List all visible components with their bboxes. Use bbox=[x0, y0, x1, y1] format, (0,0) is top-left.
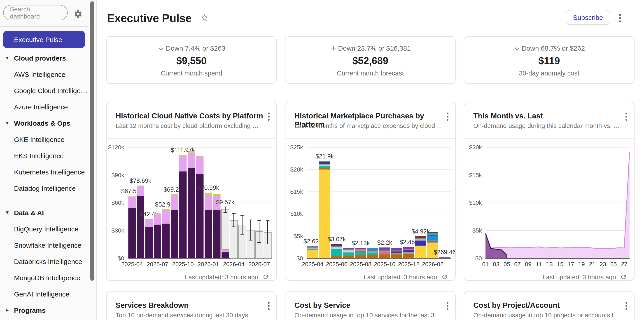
search-input[interactable]: Search dashboard bbox=[3, 5, 68, 20]
svg-text:$2.2k: $2.2k bbox=[377, 239, 392, 246]
sidebar-section-programs[interactable]: ▸Programs bbox=[0, 302, 90, 318]
bottom-card-menu-icon[interactable] bbox=[626, 302, 627, 310]
sidebar-section-workloads-ops[interactable]: ▾Workloads & Ops bbox=[0, 115, 90, 131]
svg-text:$269.46: $269.46 bbox=[434, 249, 456, 256]
sidebar-item-eks-intelligence[interactable]: EKS Intelligence bbox=[0, 147, 90, 164]
sidebar-item-azure-intelligence[interactable]: Azure Intelligence bbox=[0, 99, 90, 115]
bottom-card-3: Cost by Project/AccountOn-demand usage i… bbox=[464, 291, 634, 320]
chart-canvas[interactable]: $0$5k$10k$15k$20k01030507091113151719212… bbox=[464, 102, 634, 281]
svg-text:$15k: $15k bbox=[469, 172, 482, 179]
down-arrow-icon bbox=[330, 45, 337, 52]
sidebar-item-snowflake-intelligence[interactable]: Snowflake Intelligence bbox=[0, 237, 90, 253]
svg-text:$10k: $10k bbox=[290, 210, 303, 217]
chart-canvas[interactable]: $0$30k$60k$90k$120k$67.54k$78.69k$42.4k$… bbox=[106, 102, 277, 281]
sidebar-item-label: MongoDB Intelligence bbox=[0, 274, 80, 281]
page-title: Executive Pulse bbox=[107, 12, 192, 25]
svg-text:17: 17 bbox=[568, 261, 574, 267]
chart-card-1: Historical Cloud Native Costs by Platfor… bbox=[106, 102, 277, 281]
bottom-card-subtitle: Top 10 on-demand services during last 30… bbox=[116, 311, 248, 319]
svg-text:2025-08: 2025-08 bbox=[350, 261, 372, 267]
sidebar-item-gke-intelligence[interactable]: GKE Intelligence bbox=[0, 131, 90, 147]
chevron-down-icon: ▾ bbox=[4, 209, 10, 215]
svg-text:$0: $0 bbox=[475, 255, 482, 262]
kpi-trend-text: Down 7.4% or $263 bbox=[166, 44, 225, 52]
page-menu-icon[interactable] bbox=[619, 14, 621, 22]
kpi-card: Down 7.4% or $263$9,550Current month spe… bbox=[106, 36, 277, 84]
svg-text:2025-10: 2025-10 bbox=[374, 261, 396, 267]
bottom-card-menu-icon[interactable] bbox=[447, 302, 448, 310]
subscribe-button[interactable]: Subscribe bbox=[566, 10, 610, 25]
refresh-icon[interactable] bbox=[441, 273, 448, 280]
svg-text:$5k: $5k bbox=[472, 227, 482, 234]
bottom-card-2: Cost by ServiceOn-demand usage in top 10… bbox=[285, 291, 456, 320]
main-content: Executive Pulse Subscribe Down 7.4% or $… bbox=[97, 0, 644, 320]
sidebar-item-mongodb-intelligence[interactable]: MongoDB Intelligence bbox=[0, 269, 90, 286]
svg-text:2026-01: 2026-01 bbox=[198, 261, 219, 267]
kpi-label: Current month forecast bbox=[286, 70, 455, 77]
svg-text:03: 03 bbox=[493, 261, 500, 267]
sidebar-item-label: Azure Intelligence bbox=[0, 103, 68, 111]
sidebar-scrollbar[interactable] bbox=[90, 1, 94, 281]
bottom-card-title: Cost by Project/Account bbox=[473, 301, 560, 309]
last-updated-text: Last updated: 3 hours ago bbox=[185, 273, 258, 281]
svg-text:2025-07: 2025-07 bbox=[147, 261, 168, 267]
down-arrow-icon bbox=[514, 45, 520, 52]
favorite-star-icon[interactable] bbox=[200, 14, 209, 22]
sidebar-item-google-cloud-intellige-[interactable]: Google Cloud Intellige… bbox=[0, 82, 90, 99]
sidebar-item-bigquery-intelligence[interactable]: BigQuery Intelligence bbox=[0, 221, 90, 237]
refresh-icon[interactable] bbox=[620, 273, 627, 280]
kpi-trend: Down 68.7% or $262 bbox=[464, 44, 634, 52]
svg-text:$90k: $90k bbox=[112, 172, 124, 179]
sidebar-item-label: Kubernetes Intelligence bbox=[0, 168, 85, 176]
sidebar-item-kubernetes-intelligence[interactable]: Kubernetes Intelligence bbox=[0, 164, 90, 180]
svg-text:$21.9k: $21.9k bbox=[316, 153, 334, 160]
svg-text:$120k: $120k bbox=[108, 144, 124, 151]
kpi-trend-text: Down 23.7% or $16,381 bbox=[338, 44, 411, 52]
sidebar-nav: ▾Cloud providersAWS IntelligenceGoogle C… bbox=[0, 50, 90, 318]
kpi-value: $9,550 bbox=[106, 55, 276, 67]
sidebar-item-aws-intelligence[interactable]: AWS Intelligence bbox=[0, 66, 90, 82]
sidebar-section-cloud-providers[interactable]: ▾Cloud providers bbox=[0, 50, 90, 66]
svg-text:25: 25 bbox=[610, 261, 617, 267]
kpi-value: $52,689 bbox=[286, 55, 455, 67]
svg-text:09: 09 bbox=[525, 261, 532, 267]
kpi-label: Current month spend bbox=[106, 70, 276, 77]
svg-text:07: 07 bbox=[514, 261, 521, 267]
svg-text:$70.99k: $70.99k bbox=[197, 184, 219, 191]
sidebar-group: ▾Cloud providersAWS IntelligenceGoogle C… bbox=[0, 50, 90, 115]
svg-text:$30k: $30k bbox=[112, 227, 124, 234]
app: Search dashboard Executive Pulse ▾Cloud … bbox=[0, 0, 644, 320]
svg-text:$3.07k: $3.07k bbox=[328, 236, 346, 243]
bottom-card-menu-icon[interactable] bbox=[268, 302, 270, 310]
kpi-label: 30-day anomaly cost bbox=[464, 70, 634, 77]
svg-text:23: 23 bbox=[600, 261, 606, 267]
sidebar-item-label: Snowflake Intelligence bbox=[0, 241, 82, 249]
sidebar-item-label: Databricks Intelligence bbox=[0, 257, 82, 265]
bottom-card-subtitle: On-demand usage in top 10 projects or ac… bbox=[473, 311, 620, 319]
svg-text:2025-10: 2025-10 bbox=[172, 261, 194, 267]
chart-card-3: This Month vs. LastOn-demand usage durin… bbox=[464, 102, 634, 281]
svg-text:$2.45k: $2.45k bbox=[400, 239, 418, 245]
sidebar-item-datadog-intelligence[interactable]: Datadog Intelligence bbox=[0, 180, 90, 196]
sidebar-item-databricks-intelligence[interactable]: Databricks Intelligence bbox=[0, 253, 90, 269]
bottom-card-subtitle: On-demand usage in top 10 services for t… bbox=[294, 311, 440, 319]
svg-text:$4.92k: $4.92k bbox=[412, 228, 430, 235]
svg-text:2026-02: 2026-02 bbox=[422, 261, 444, 267]
sidebar-item-genai-intelligence[interactable]: GenAI Intelligence bbox=[0, 286, 90, 302]
chart-canvas[interactable]: $0$5k$10k$15k$20k$25k$2.62k$21.9k$3.07k$… bbox=[286, 102, 456, 281]
svg-text:$10k: $10k bbox=[469, 199, 482, 206]
sidebar-section-data-ai[interactable]: ▾Data & AI bbox=[0, 204, 90, 221]
svg-text:$9.57k: $9.57k bbox=[216, 199, 234, 206]
search-placeholder: Search dashboard bbox=[10, 6, 61, 20]
svg-text:05: 05 bbox=[504, 261, 510, 267]
chart-card-2: Historical Marketplace Purchases by Plat… bbox=[285, 102, 456, 281]
sidebar-item-label: EKS Intelligence bbox=[0, 152, 64, 159]
refresh-icon[interactable] bbox=[262, 273, 269, 280]
sidebar-group: ▾Data & AIBigQuery IntelligenceSnowflake… bbox=[0, 204, 90, 302]
svg-text:$20k: $20k bbox=[290, 166, 303, 173]
svg-text:$78.69k: $78.69k bbox=[130, 177, 152, 184]
svg-text:2025-04: 2025-04 bbox=[302, 261, 323, 267]
sidebar-item-executive-pulse[interactable]: Executive Pulse bbox=[3, 31, 85, 48]
kpi-trend: Down 7.4% or $263 bbox=[106, 44, 276, 52]
gear-icon[interactable] bbox=[74, 10, 83, 19]
